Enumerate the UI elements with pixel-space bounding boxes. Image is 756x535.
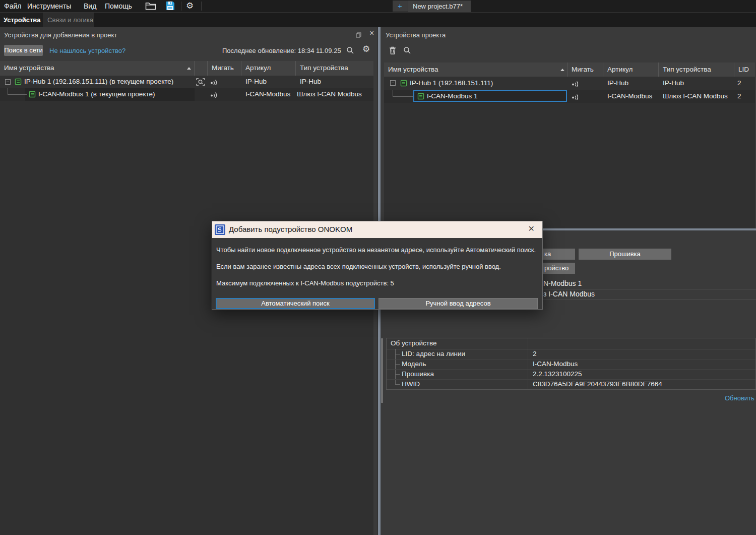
tab-devices-label: Устройства (4, 16, 40, 24)
col-header-lid[interactable]: LID (734, 63, 755, 77)
table-row[interactable]: IP-Hub 1 (192.168.151.111) (в текущем пр… (0, 76, 373, 88)
dialog-close-icon[interactable]: × (528, 222, 534, 234)
property-row[interactable]: LID: адрес на линии 2 (387, 349, 755, 360)
about-device-group: Об устройстве LID: адрес на линии 2 Моде… (386, 338, 756, 390)
settings-gear-icon[interactable]: ⚙ (186, 1, 194, 11)
tree-guide (395, 364, 400, 365)
device-icon (29, 91, 36, 99)
device-article: I-CAN-Modbus (607, 92, 652, 100)
device-icon (400, 80, 407, 88)
tab-devices[interactable]: Устройства (0, 13, 43, 27)
scan-device-icon[interactable] (196, 78, 206, 88)
device-article: IP-Hub (607, 79, 628, 87)
menu-file[interactable]: Файл (4, 2, 21, 10)
device-type: IP-Hub (300, 78, 321, 85)
partial-button-top[interactable]: ка (543, 249, 575, 260)
col-header-type[interactable]: Тип устройства (659, 63, 734, 77)
device-lid: 2 (737, 79, 741, 87)
device-name-fragment: N-Modbus 1 (543, 279, 582, 287)
last-update-label: Последнее обновление: 18:34 11.09.25 (222, 47, 341, 54)
search-icon[interactable] (403, 46, 411, 56)
manual-input-button[interactable]: Ручной ввод адресов (379, 298, 538, 309)
project-device-table: Имя устройства Мигать Артикул Тип устрой… (384, 63, 755, 228)
device-name: IP-Hub 1 (192.168.151.111) (410, 79, 493, 87)
dialog-title: Добавить подустройство ONOKOM (229, 225, 352, 233)
blink-icon[interactable] (210, 91, 219, 99)
refresh-link[interactable]: Обновить (725, 394, 754, 402)
device-type-fragment: з I-CAN Modbus (543, 290, 595, 298)
col-header-name-label: Имя устройства (4, 64, 54, 72)
dialog-app-icon (215, 224, 225, 236)
table-row[interactable]: IP-Hub 1 (192.168.151.111) IP-Hub IP-Hub… (384, 77, 755, 90)
search-icon[interactable] (346, 46, 354, 56)
col-header-article[interactable]: Артикул (241, 61, 296, 76)
device-type-field[interactable]: з I-CAN Modbus (542, 289, 756, 300)
open-folder-icon[interactable] (145, 2, 156, 12)
property-value: 2 (533, 350, 537, 358)
col-header-type-label: Тип устройства (300, 64, 348, 72)
plus-icon: + (398, 2, 402, 10)
firmware-button[interactable]: Прошивка (579, 249, 671, 260)
property-label: Прошивка (402, 370, 434, 378)
add-subdevice-dialog: Добавить подустройство ONOKOM × Чтобы на… (212, 221, 543, 310)
table-row[interactable]: I-CAN-Modbus 1 I-CAN-Modbus Шлюз I-CAN M… (384, 90, 755, 103)
device-not-found-link[interactable]: Не нашлось устройство? (49, 47, 125, 54)
property-label: Модель (402, 360, 426, 368)
blink-icon[interactable] (572, 93, 580, 101)
sort-asc-icon (560, 69, 564, 71)
device-name-field[interactable]: N-Modbus 1 (542, 278, 756, 289)
device-type: Шлюз I-CAN Modbus (663, 92, 728, 100)
property-row[interactable]: HWID C83D76A5DFA9F20443793E6B80DF7664 (387, 379, 755, 389)
menu-bar: Файл Инструменты Вид Помощь ⚙ + New proj… (0, 0, 756, 13)
collapse-expander-icon[interactable] (390, 80, 396, 86)
save-icon[interactable] (166, 1, 174, 12)
table-row[interactable]: I-CAN-Modbus 1 (в текущем проекте) I-CAN… (0, 88, 373, 101)
tab-logic-label: Связи и логика (47, 16, 93, 24)
dialog-text-line2: Если вам заранее известны адреса всех по… (216, 263, 501, 270)
auto-search-button[interactable]: Автоматический поиск (216, 298, 375, 309)
col-header-scan[interactable] (195, 61, 208, 76)
menu-view[interactable]: Вид (84, 2, 96, 10)
col-header-lid-label: LID (738, 66, 749, 73)
float-panel-icon[interactable] (356, 32, 361, 39)
device-article: IP-Hub (245, 78, 267, 85)
device-type: Шлюз I-CAN Modbus (297, 90, 362, 98)
selected-cell[interactable]: I-CAN-Modbus 1 (413, 90, 567, 102)
device-icon (417, 93, 424, 101)
search-network-button[interactable]: Поиск в сети (4, 45, 43, 56)
col-header-article[interactable]: Артикул (603, 63, 659, 77)
tree-guide (395, 354, 400, 354)
menu-help[interactable]: Помощь (105, 2, 132, 10)
trash-icon[interactable] (389, 46, 396, 56)
add-project-tab-button[interactable]: + (393, 1, 408, 12)
right-panel-title: Устройства проекта (386, 31, 446, 39)
tree-guide (393, 96, 413, 97)
scrollbar-thumb[interactable] (381, 338, 383, 403)
menu-tools[interactable]: Инструменты (27, 2, 71, 10)
close-panel-icon[interactable]: × (369, 29, 374, 38)
property-row[interactable]: Прошивка 2.2.1323100225 (387, 369, 755, 380)
menu-separator (201, 2, 202, 11)
blink-icon[interactable] (210, 79, 219, 87)
panel-gear-icon[interactable]: ⚙ (362, 44, 370, 54)
left-panel-title: Устройства для добавления в проект (4, 31, 117, 39)
col-header-name[interactable]: Имя устройства (0, 61, 195, 76)
tab-logic[interactable]: Связи и логика (43, 13, 94, 27)
dialog-text-line3: Максимум подключенных к I-CAN-Modbus под… (216, 279, 394, 287)
col-header-name-label: Имя устройства (388, 66, 438, 73)
device-name: I-CAN-Modbus 1 (427, 92, 478, 100)
group-header-row[interactable]: Об устройстве (387, 338, 755, 349)
app-window: Файл Инструменты Вид Помощь ⚙ + New proj… (0, 0, 756, 535)
project-tab[interactable]: New project.b77* (408, 1, 471, 12)
property-row[interactable]: Модель I-CAN-Modbus (387, 359, 755, 370)
dialog-titlebar[interactable]: Добавить подустройство ONOKOM × (212, 221, 542, 238)
partial-button-bottom[interactable]: ройство (543, 263, 575, 274)
col-header-blink-label: Мигать (212, 64, 234, 72)
col-header-blink[interactable]: Мигать (568, 63, 603, 77)
tree-guide (8, 94, 27, 95)
col-header-name[interactable]: Имя устройства (384, 63, 568, 77)
blink-icon[interactable] (572, 80, 580, 88)
col-header-blink[interactable]: Мигать (208, 61, 241, 76)
col-header-type[interactable]: Тип устройства (296, 61, 373, 76)
collapse-expander-icon[interactable] (5, 79, 11, 85)
